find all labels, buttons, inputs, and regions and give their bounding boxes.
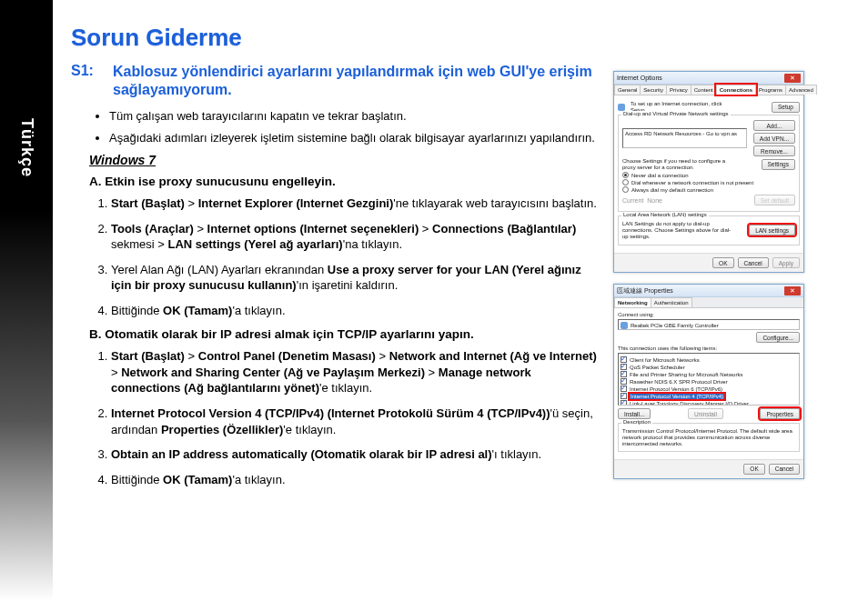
configure-button[interactable]: Configure... xyxy=(756,332,800,343)
cancel-button[interactable]: Cancel xyxy=(769,464,800,475)
add-vpn-button[interactable]: Add VPN... xyxy=(753,133,795,144)
list-item[interactable]: Client for Microsoft Networks xyxy=(621,356,797,363)
radio-label: Never dial a connection xyxy=(631,173,689,178)
section-a-steps: Start (Başlat) > Internet Explorer (Inte… xyxy=(71,195,599,318)
radio-always-dial[interactable]: Always dial my default connection xyxy=(622,186,795,193)
bold-text: OK (Tamam) xyxy=(163,304,232,317)
close-icon[interactable]: ✕ xyxy=(784,286,801,295)
list-item: Bittiğinde OK (Tamam)'a tıklayın. xyxy=(111,303,599,319)
list-item: Aşağıdaki adımları izleyerek işletim sis… xyxy=(109,130,599,146)
settings-button[interactable]: Settings xyxy=(762,159,796,170)
tab-connections[interactable]: Connections xyxy=(716,85,756,95)
tab-advanced[interactable]: Advanced xyxy=(785,85,817,95)
list-item[interactable]: Internet Protocol Version 6 (TCP/IPv6) xyxy=(621,386,797,392)
add-button[interactable]: Add... xyxy=(753,120,795,131)
bold-text: OK (Tamam) xyxy=(163,473,232,486)
bold-text: Properties (Özellikler) xyxy=(161,423,283,436)
radio-label: Dial whenever a network connection is no… xyxy=(631,180,753,185)
s1-row: S1: Kablosuz yönlendirici ayarlarını yap… xyxy=(71,63,599,99)
section-a-title: A. Etkin ise proxy sunucusunu engelleyin… xyxy=(89,175,599,188)
language-label: Türkçe xyxy=(17,118,36,177)
connections-listbox[interactable]: Access RD Network Resources - Go to vpn.… xyxy=(622,128,747,148)
bold-text: Start (Başlat) xyxy=(111,196,185,210)
adapter-name: Realtek PCIe GBE Family Controller xyxy=(631,323,719,328)
list-item: Tools (Araçlar) > Internet options (Inte… xyxy=(111,221,599,253)
checkbox-icon[interactable] xyxy=(621,400,627,406)
intro-bullets: Tüm çalışan web tarayıcılarını kapatın v… xyxy=(71,108,599,145)
text: 'a tıklayın. xyxy=(232,473,285,486)
tab-networking[interactable]: Networking xyxy=(614,297,651,307)
bold-text: Obtain an IP address automatically (Otom… xyxy=(111,447,492,461)
page-title: Sorun Giderme xyxy=(71,24,599,52)
current-value: None xyxy=(647,197,662,204)
close-icon[interactable]: ✕ xyxy=(784,74,801,83)
dialog-actions: OK Cancel Apply xyxy=(614,253,803,272)
titlebar: 區域連線 Properties ✕ xyxy=(614,285,803,297)
internet-options-dialog: Internet Options ✕ General Security Priv… xyxy=(613,71,804,273)
bold-text: Internet Protocol Version 4 (TCP/IPv4) (… xyxy=(111,406,550,420)
radio-dial-when-absent[interactable]: Dial whenever a network connection is no… xyxy=(622,179,795,185)
items-label: This connection uses the following items… xyxy=(618,346,800,351)
list-item[interactable]: File and Printer Sharing for Microsoft N… xyxy=(621,371,797,377)
list-item[interactable]: Rawether NDIS 6.X SPR Protocol Driver xyxy=(621,378,797,385)
panel-legend: Local Area Network (LAN) settings xyxy=(621,212,709,217)
text: > xyxy=(185,196,198,210)
dialog-tabs: Networking Authentication xyxy=(614,297,803,308)
bold-text: Tools (Araçlar) xyxy=(111,222,194,235)
list-item: Tüm çalışan web tarayıcılarını kapatın v… xyxy=(109,108,599,125)
radio-label: Always dial my default connection xyxy=(631,187,713,193)
list-item[interactable]: Internet Protocol Version 4 (TCP/IPv4) xyxy=(621,393,797,399)
radio-never-dial[interactable]: Never dial a connection xyxy=(622,172,795,178)
tab-programs[interactable]: Programs xyxy=(755,85,786,95)
tab-privacy[interactable]: Privacy xyxy=(666,85,691,95)
section-b-title: B. Otomatik olarak bir IP adresi almak i… xyxy=(89,327,599,341)
cancel-button[interactable]: Cancel xyxy=(738,257,769,268)
dialog-body: To set up an Internet connection, click … xyxy=(614,95,803,253)
lan-settings-button[interactable]: LAN settings xyxy=(749,225,795,235)
tab-content[interactable]: Content xyxy=(691,85,717,95)
text: Yerel Alan Ağı (LAN) Ayarları ekranından xyxy=(111,263,328,276)
properties-button[interactable]: Properties xyxy=(760,408,800,419)
dialup-vpn-panel: Dial-up and Virtual Private Network sett… xyxy=(618,115,800,212)
panel-legend: Dial-up and Virtual Private Network sett… xyxy=(621,111,731,116)
ok-button[interactable]: OK xyxy=(712,257,733,268)
dialog-body: Connect using: Realtek PCIe GBE Family C… xyxy=(614,308,803,459)
list-item: Bittiğinde OK (Tamam)'a tıklayın. xyxy=(111,472,599,488)
text: > xyxy=(185,349,198,363)
uninstall-button: Uninstall xyxy=(688,408,723,419)
remove-button[interactable]: Remove... xyxy=(753,145,795,156)
language-side-tab: Türkçe xyxy=(0,0,53,601)
lan-hint-text: LAN Settings do not apply to dial-up con… xyxy=(622,221,736,239)
document-content: Sorun Giderme S1: Kablosuz yönlendirici … xyxy=(71,24,599,496)
bold-text: Network and Sharing Center (Ağ ve Paylaş… xyxy=(121,366,425,379)
nic-icon xyxy=(621,322,628,329)
list-item: Start (Başlat) > Internet Explorer (Inte… xyxy=(111,195,599,212)
window-title: Internet Options xyxy=(617,75,784,81)
screenshots-column: Internet Options ✕ General Security Priv… xyxy=(613,71,804,490)
tab-authentication[interactable]: Authentication xyxy=(651,297,692,307)
list-item[interactable]: Link-Layer Topology Discovery Mapper I/O… xyxy=(621,400,797,406)
list-item: Start (Başlat) > Control Panel (Denetim … xyxy=(111,348,599,396)
tab-security[interactable]: Security xyxy=(640,85,667,95)
lan-panel: Local Area Network (LAN) settings LAN Se… xyxy=(618,215,800,245)
list-item[interactable]: Access RD Network Resources - Go to vpn.… xyxy=(625,131,744,136)
ok-button[interactable]: OK xyxy=(743,464,764,475)
dialog-actions: OK Cancel xyxy=(614,459,803,478)
section-b-steps: Start (Başlat) > Control Panel (Denetim … xyxy=(71,348,599,487)
setup-button[interactable]: Setup xyxy=(772,102,800,113)
bold-text: Control Panel (Denetim Masası) xyxy=(198,349,376,363)
panel-legend: Description xyxy=(621,419,652,425)
bold-text: Start (Başlat) xyxy=(111,349,185,363)
list-item[interactable]: QoS Packet Scheduler xyxy=(621,364,797,370)
connect-using-label: Connect using: xyxy=(618,312,800,317)
s1-text: Kablosuz yönlendirici ayarlarını yapılan… xyxy=(113,63,599,99)
windows7-subhead: Windows 7 xyxy=(89,153,599,167)
bold-text: Internet options (Internet seçenekleri) xyxy=(207,222,419,235)
install-button[interactable]: Install... xyxy=(618,408,651,419)
tab-general[interactable]: General xyxy=(614,85,641,95)
list-item-label: Rawether NDIS 6.X SPR Protocol Driver xyxy=(630,379,728,385)
list-item-label: Link-Layer Topology Discovery Mapper I/O… xyxy=(630,401,749,406)
items-listbox[interactable]: Client for Microsoft NetworksQoS Packet … xyxy=(618,353,800,406)
text: 'a tıklayın. xyxy=(232,304,285,317)
description-panel: Description Transmission Control Protoco… xyxy=(618,423,800,452)
